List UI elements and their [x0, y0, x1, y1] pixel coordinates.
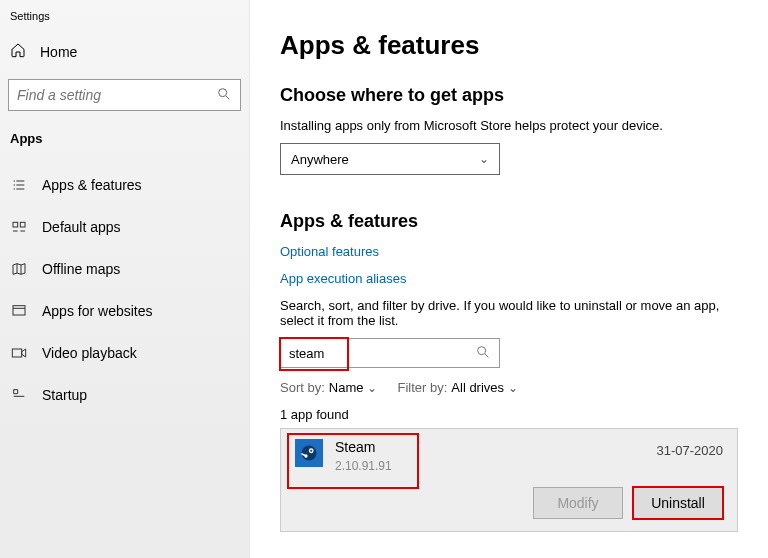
sort-filter-row: Sort by: Name ⌄ Filter by: All drives ⌄ [280, 380, 738, 395]
apps-found-count: 1 app found [280, 407, 738, 422]
app-search-input[interactable] [289, 346, 475, 361]
sidebar-item-offline-maps[interactable]: Offline maps [0, 248, 249, 290]
sidebar: Settings Home Apps Apps & features Defau… [0, 0, 250, 558]
sidebar-item-label: Apps for websites [42, 303, 153, 319]
sidebar-search-input[interactable] [17, 87, 216, 103]
where-dropdown[interactable]: Anywhere ⌄ [280, 143, 500, 175]
main-content: Apps & features Choose where to get apps… [250, 0, 768, 558]
app-row[interactable]: Steam 2.10.91.91 31-07-2020 Modify Unins… [280, 428, 738, 532]
svg-rect-1 [13, 222, 18, 227]
sidebar-item-apps-for-websites[interactable]: Apps for websites [0, 290, 249, 332]
sort-label: Sort by: [280, 380, 325, 395]
svg-rect-4 [12, 349, 21, 357]
search-icon [475, 344, 491, 363]
window-title: Settings [0, 8, 249, 34]
page-title: Apps & features [280, 30, 738, 61]
where-heading: Choose where to get apps [280, 85, 738, 106]
sidebar-nav: Apps & features Default apps Offline map… [0, 164, 249, 416]
apps-desc: Search, sort, and filter by drive. If yo… [280, 298, 720, 328]
app-name: Steam [335, 439, 392, 455]
svg-point-5 [478, 346, 486, 354]
sidebar-item-video-playback[interactable]: Video playback [0, 332, 249, 374]
nav-home[interactable]: Home [0, 34, 249, 69]
websites-icon [10, 302, 28, 320]
link-execution-aliases[interactable]: App execution aliases [280, 271, 738, 286]
sidebar-item-label: Apps & features [42, 177, 142, 193]
svg-point-6 [302, 446, 317, 461]
filter-value: All drives [451, 380, 504, 395]
search-icon [216, 86, 232, 105]
apps-heading: Apps & features [280, 211, 738, 232]
sidebar-item-label: Default apps [42, 219, 121, 235]
uninstall-button[interactable]: Uninstall [633, 487, 723, 519]
startup-icon [10, 386, 28, 404]
sidebar-item-label: Video playback [42, 345, 137, 361]
svg-point-0 [219, 88, 227, 96]
link-optional-features[interactable]: Optional features [280, 244, 738, 259]
svg-rect-2 [20, 222, 25, 227]
app-version: 2.10.91.91 [335, 459, 392, 473]
sidebar-item-label: Offline maps [42, 261, 120, 277]
nav-home-label: Home [40, 44, 77, 60]
sidebar-item-default-apps[interactable]: Default apps [0, 206, 249, 248]
video-icon [10, 344, 28, 362]
sort-by[interactable]: Sort by: Name ⌄ [280, 380, 377, 395]
app-search[interactable] [280, 338, 500, 368]
sort-value: Name [329, 380, 364, 395]
steam-icon [295, 439, 323, 467]
where-value: Anywhere [291, 152, 349, 167]
chevron-down-icon: ⌄ [479, 152, 489, 166]
chevron-down-icon: ⌄ [508, 381, 518, 395]
sidebar-item-label: Startup [42, 387, 87, 403]
filter-by[interactable]: Filter by: All drives ⌄ [397, 380, 518, 395]
where-desc: Installing apps only from Microsoft Stor… [280, 118, 738, 133]
modify-button: Modify [533, 487, 623, 519]
svg-point-8 [310, 450, 312, 452]
app-links: Optional features App execution aliases [280, 244, 738, 286]
app-date: 31-07-2020 [657, 443, 724, 458]
chevron-down-icon: ⌄ [367, 381, 377, 395]
default-apps-icon [10, 218, 28, 236]
sidebar-item-apps-features[interactable]: Apps & features [0, 164, 249, 206]
sidebar-section: Apps [0, 121, 249, 164]
sidebar-item-startup[interactable]: Startup [0, 374, 249, 416]
home-icon [10, 42, 26, 61]
sidebar-search[interactable] [8, 79, 241, 111]
map-icon [10, 260, 28, 278]
list-icon [10, 176, 28, 194]
filter-label: Filter by: [397, 380, 447, 395]
svg-rect-3 [13, 306, 25, 315]
